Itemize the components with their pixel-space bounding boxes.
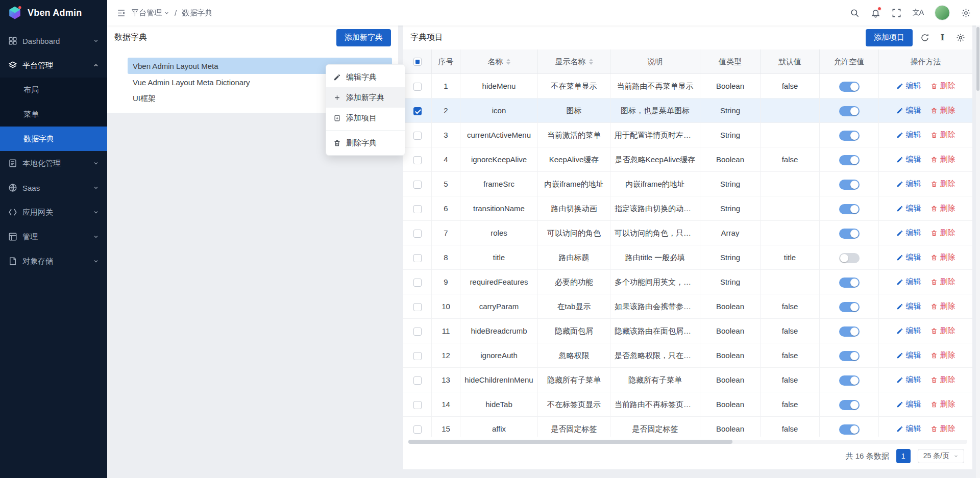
sidebar-item-layout[interactable]: 布局	[0, 78, 107, 102]
breadcrumb-item-platform[interactable]: 平台管理	[131, 8, 169, 18]
edit-button[interactable]: 编辑	[896, 81, 921, 91]
delete-button[interactable]: 删除	[930, 106, 955, 115]
row-checkbox[interactable]	[413, 132, 422, 140]
column-header-name[interactable]: 名称	[460, 49, 538, 74]
sidebar-item-management[interactable]: 管理	[0, 224, 107, 249]
allow-null-toggle[interactable]	[839, 424, 860, 435]
delete-button[interactable]: 删除	[930, 399, 955, 409]
edit-button[interactable]: 编辑	[896, 424, 921, 434]
fullscreen-icon[interactable]	[892, 8, 901, 18]
edit-button[interactable]: 编辑	[896, 350, 921, 360]
context-menu-item-edit-dictionary[interactable]: 编辑字典	[326, 67, 405, 87]
allow-null-toggle[interactable]	[839, 253, 860, 263]
allow-null-toggle[interactable]	[839, 278, 860, 288]
delete-button[interactable]: 删除	[930, 253, 955, 262]
scrollbar-thumb[interactable]	[408, 440, 732, 444]
sidebar-item-dashboard[interactable]: Dashboard	[0, 29, 107, 53]
allow-null-toggle[interactable]	[839, 302, 860, 312]
delete-button[interactable]: 删除	[930, 375, 955, 385]
edit-button[interactable]: 编辑	[896, 130, 921, 140]
row-checkbox[interactable]	[413, 279, 422, 287]
allow-null-toggle[interactable]	[839, 155, 860, 165]
row-checkbox[interactable]	[413, 425, 422, 434]
edit-button[interactable]: 编辑	[896, 253, 921, 262]
add-dictionary-button[interactable]: 添加新字典	[336, 29, 391, 46]
allow-null-toggle[interactable]	[839, 131, 860, 141]
delete-button[interactable]: 删除	[930, 130, 955, 140]
row-checkbox[interactable]	[413, 107, 422, 115]
allow-null-toggle[interactable]	[839, 351, 860, 361]
sidebar-item-app-gateway[interactable]: 应用网关	[0, 200, 107, 224]
delete-button[interactable]: 删除	[930, 301, 955, 311]
sidebar-item-data-dictionary[interactable]: 数据字典	[0, 127, 107, 151]
sidebar-item-localization[interactable]: 本地化管理	[0, 151, 107, 175]
row-checkbox[interactable]	[413, 376, 422, 385]
delete-button[interactable]: 删除	[930, 179, 955, 189]
row-checkbox[interactable]	[413, 401, 422, 409]
vertical-scrollbar[interactable]	[976, 26, 980, 478]
gear-icon[interactable]	[955, 33, 965, 42]
delete-button[interactable]: 删除	[930, 155, 955, 164]
select-all-checkbox[interactable]	[413, 58, 422, 66]
row-checkbox[interactable]	[413, 181, 422, 189]
edit-button[interactable]: 编辑	[896, 399, 921, 409]
logo[interactable]: Vben Admin	[0, 0, 107, 26]
avatar[interactable]	[935, 5, 950, 20]
row-checkbox[interactable]	[413, 156, 422, 164]
edit-button[interactable]: 编辑	[896, 301, 921, 311]
scrollbar-thumb[interactable]	[976, 27, 979, 91]
delete-button[interactable]: 删除	[930, 326, 955, 336]
sort-icon[interactable]	[506, 59, 510, 65]
edit-button[interactable]: 编辑	[896, 277, 921, 287]
notifications-button[interactable]	[871, 8, 880, 18]
allow-null-toggle[interactable]	[839, 204, 860, 214]
delete-button[interactable]: 删除	[930, 277, 955, 287]
delete-button[interactable]: 删除	[930, 81, 955, 91]
context-menu-item-delete-dictionary[interactable]: 删除字典	[326, 133, 405, 153]
context-menu-item-add-dictionary[interactable]: 添加新字典	[326, 87, 405, 108]
row-checkbox[interactable]	[413, 254, 422, 262]
menu-fold-icon[interactable]	[116, 8, 126, 18]
edit-button[interactable]: 编辑	[896, 375, 921, 385]
delete-button[interactable]: 删除	[930, 350, 955, 360]
sidebar-item-menu[interactable]: 菜单	[0, 102, 107, 127]
row-checkbox[interactable]	[413, 205, 422, 213]
delete-button[interactable]: 删除	[930, 204, 955, 213]
sidebar-item-saas[interactable]: Saas	[0, 175, 107, 200]
row-checkbox[interactable]	[413, 328, 422, 336]
context-menu-item-add-item[interactable]: 添加项目	[326, 108, 405, 128]
allow-null-toggle[interactable]	[839, 180, 860, 190]
translate-icon[interactable]: 文A	[913, 8, 923, 17]
refresh-icon[interactable]	[920, 33, 929, 42]
edit-button[interactable]: 编辑	[896, 106, 921, 115]
page-number-button[interactable]: 1	[896, 449, 911, 463]
horizontal-scrollbar[interactable]	[408, 440, 967, 444]
search-icon[interactable]	[850, 8, 860, 18]
sort-icon[interactable]	[589, 59, 593, 65]
edit-button[interactable]: 编辑	[896, 155, 921, 164]
sidebar-item-object-storage[interactable]: 对象存储	[0, 249, 107, 273]
allow-null-toggle[interactable]	[839, 106, 860, 116]
row-checkbox[interactable]	[413, 230, 422, 238]
add-item-button[interactable]: 添加项目	[866, 29, 913, 46]
sidebar-item-platform-management[interactable]: 平台管理	[0, 53, 107, 78]
edit-button[interactable]: 编辑	[896, 204, 921, 213]
gear-icon[interactable]	[961, 8, 971, 18]
page-size-select[interactable]: 25 条/页	[918, 449, 964, 463]
edit-button[interactable]: 编辑	[896, 179, 921, 189]
row-checkbox[interactable]	[413, 303, 422, 311]
allow-null-toggle[interactable]	[839, 229, 860, 239]
row-checkbox[interactable]	[413, 83, 422, 91]
delete-button[interactable]: 删除	[930, 228, 955, 238]
edit-button[interactable]: 编辑	[896, 326, 921, 336]
row-checkbox[interactable]	[413, 352, 422, 360]
delete-button[interactable]: 删除	[930, 424, 955, 434]
allow-null-toggle[interactable]	[839, 326, 860, 337]
allow-null-cell	[820, 123, 879, 147]
edit-button[interactable]: 编辑	[896, 228, 921, 238]
column-height-icon[interactable]: I	[938, 33, 947, 42]
allow-null-toggle[interactable]	[839, 82, 860, 92]
allow-null-toggle[interactable]	[839, 375, 860, 386]
column-header-display-name[interactable]: 显示名称	[538, 49, 610, 74]
allow-null-toggle[interactable]	[839, 400, 860, 410]
